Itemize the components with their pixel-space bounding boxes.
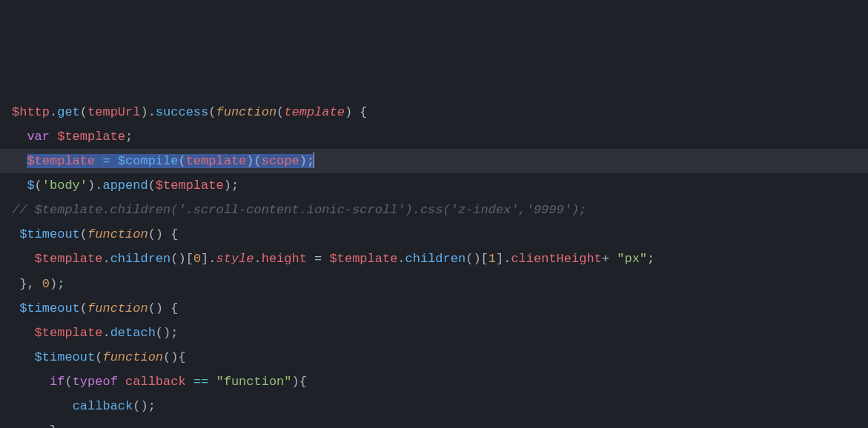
keyword-function: function xyxy=(87,227,148,241)
number: 0 xyxy=(193,252,201,266)
string: "px" xyxy=(617,252,647,266)
code-line: callback(); xyxy=(0,394,868,418)
code-line: $timeout(function() { xyxy=(0,222,868,247)
text-cursor xyxy=(314,152,314,168)
code-line-highlighted: $template = $compile(template)(scope); xyxy=(0,149,868,173)
code-line: $timeout(function() { xyxy=(0,296,868,321)
comment: // $template.children('.scroll-content.i… xyxy=(12,203,586,217)
method: append xyxy=(102,178,148,193)
keyword-function: function xyxy=(87,301,148,315)
selected-text: $template = $compile(template)(scope); xyxy=(27,154,314,168)
function-call: $timeout xyxy=(19,301,80,315)
function-call: $timeout xyxy=(19,227,80,241)
parameter: template xyxy=(284,105,345,119)
code-line: $('body').append($template); xyxy=(0,173,868,198)
code-line: $template.children()[0].style.height = $… xyxy=(0,247,868,271)
keyword-if: if xyxy=(50,375,64,389)
code-line: } xyxy=(0,418,868,428)
function-call: $timeout xyxy=(35,350,96,364)
method: detach xyxy=(110,326,156,340)
keyword-typeof: typeof xyxy=(73,375,118,389)
function-call: callback xyxy=(73,399,133,413)
variable: $http xyxy=(12,105,50,119)
method: get xyxy=(57,105,80,119)
keyword-function: function xyxy=(102,350,163,364)
code-line: $http.get(tempUrl).success(function(temp… xyxy=(0,100,868,124)
variable: $template xyxy=(57,130,125,144)
property: style xyxy=(216,252,254,266)
method: children xyxy=(110,252,171,266)
code-line: $timeout(function(){ xyxy=(0,345,868,370)
method: success xyxy=(156,105,208,119)
code-line: }, 0); xyxy=(0,272,868,296)
code-editor[interactable]: $http.get(tempUrl).success(function(temp… xyxy=(0,100,868,428)
keyword-var: var xyxy=(27,130,50,144)
string: "function" xyxy=(216,375,291,389)
number: 0 xyxy=(42,277,50,291)
code-line: var $template; xyxy=(0,124,868,149)
keyword-function: function xyxy=(216,105,276,119)
code-line: $template.detach(); xyxy=(0,321,868,345)
code-line: if(typeof callback == "function"){ xyxy=(0,370,868,394)
code-line: // $template.children('.scroll-content.i… xyxy=(0,198,868,222)
string: 'body' xyxy=(42,178,87,193)
